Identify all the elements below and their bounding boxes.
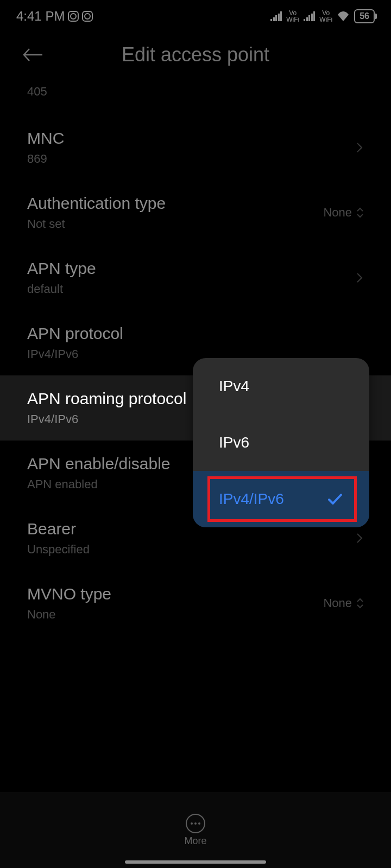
popup-option-ipv6[interactable]: IPv6 [193,414,369,471]
status-time: 4:41 PM [16,9,65,24]
updown-icon [356,207,364,218]
protocol-dropdown-popup: IPv4 IPv6 IPv4/IPv6 [193,358,369,527]
chevron-right-icon [355,271,364,284]
popup-option-ipv4[interactable]: IPv4 [193,358,369,414]
setting-auth-type[interactable]: Authentication type Not set None [27,180,364,245]
setting-apn-type[interactable]: APN type default [27,245,364,310]
home-indicator[interactable] [125,860,266,864]
setting-mvno-type[interactable]: MVNO type None None [27,571,364,636]
status-bar: 4:41 PM VoWiFi VoWiFi 56 [0,0,391,33]
wifi-icon [337,11,350,21]
more-label: More [184,835,206,847]
battery-icon: 56 [354,9,375,23]
popup-option-ipv4-ipv6[interactable]: IPv4/IPv6 [193,471,369,527]
instagram-icon [68,11,79,22]
vowifi-icon-2: VoWiFi [319,10,332,23]
more-icon[interactable] [186,814,205,833]
page-title: Edit access point [22,43,369,66]
signal-icon-1 [270,11,282,21]
vowifi-icon-1: VoWiFi [286,10,299,23]
checkmark-icon [327,493,343,506]
header: Edit access point [0,33,391,82]
back-icon[interactable] [22,47,43,63]
setting-mnc[interactable]: MNC 869 [27,115,364,180]
signal-icon-2 [304,11,315,21]
updown-icon [356,598,364,609]
setting-mcc[interactable]: 405 [27,82,364,115]
chevron-right-icon [355,141,364,154]
instagram-icon-2 [82,11,93,22]
mcc-value: 405 [27,85,364,99]
bottom-bar: More [0,792,391,868]
chevron-right-icon [355,532,364,545]
